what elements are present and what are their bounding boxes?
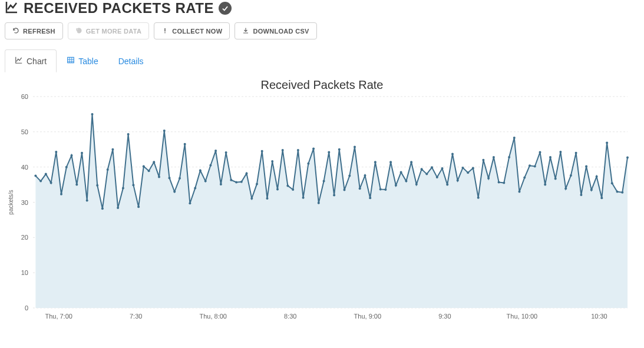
tab-chart[interactable]: Chart	[5, 49, 57, 72]
svg-point-93	[379, 188, 382, 190]
svg-point-92	[374, 161, 377, 163]
svg-point-119	[513, 137, 516, 139]
svg-point-35	[81, 152, 83, 154]
svg-point-127	[554, 177, 557, 180]
svg-text:30: 30	[21, 199, 28, 206]
svg-point-52	[169, 177, 171, 179]
svg-point-66	[240, 181, 243, 183]
svg-point-98	[405, 180, 407, 183]
svg-point-95	[389, 161, 392, 163]
svg-point-132	[580, 194, 582, 196]
svg-point-46	[137, 206, 140, 208]
svg-point-56	[189, 202, 191, 204]
svg-point-116	[498, 181, 500, 183]
svg-point-135	[596, 175, 598, 178]
svg-text:7:30: 7:30	[130, 313, 142, 320]
svg-point-97	[400, 171, 402, 174]
tab-details[interactable]: Details	[108, 49, 154, 72]
svg-rect-0	[164, 28, 166, 32]
chart-region: Received Packets Rate 0102030405060Thu, …	[5, 72, 639, 326]
svg-point-31	[60, 193, 62, 195]
svg-point-136	[600, 197, 603, 199]
tab-details-label: Details	[118, 57, 144, 66]
tab-table-label: Table	[78, 57, 98, 66]
svg-point-106	[446, 184, 448, 186]
svg-point-104	[436, 176, 438, 178]
svg-point-73	[276, 188, 279, 190]
svg-point-84	[333, 194, 335, 197]
svg-point-99	[410, 161, 412, 163]
tab-bar: Chart Table Details	[5, 49, 639, 72]
svg-point-79	[307, 163, 309, 165]
svg-point-63	[225, 151, 227, 154]
svg-point-27	[39, 180, 42, 183]
svg-point-28	[45, 173, 47, 175]
svg-point-62	[220, 183, 222, 185]
collect-now-button[interactable]: Collect Now	[154, 22, 230, 39]
svg-point-133	[585, 165, 587, 168]
svg-point-41	[111, 148, 114, 151]
svg-point-109	[462, 167, 464, 169]
svg-point-107	[451, 153, 454, 155]
svg-text:Thu, 8:00: Thu, 8:00	[200, 313, 227, 320]
svg-point-42	[117, 207, 119, 209]
svg-point-140	[621, 191, 623, 194]
svg-point-32	[65, 166, 68, 168]
table-icon	[67, 56, 75, 66]
page-header: RECEIVED PACKETS RATE	[5, 0, 639, 19]
chart-canvas: 0102030405060Thu, 7:007:30Thu, 8:008:30T…	[5, 93, 639, 326]
svg-point-124	[539, 151, 541, 154]
svg-point-134	[590, 189, 593, 191]
svg-point-130	[570, 174, 572, 177]
get-more-data-button: Get More Data	[68, 22, 150, 39]
svg-text:9:30: 9:30	[438, 313, 451, 320]
svg-point-43	[122, 187, 124, 190]
svg-point-50	[158, 175, 160, 178]
svg-point-102	[425, 173, 428, 175]
svg-point-69	[256, 183, 258, 185]
tab-table[interactable]: Table	[57, 49, 108, 72]
svg-point-45	[132, 184, 134, 186]
svg-point-87	[348, 175, 351, 177]
svg-point-54	[179, 177, 181, 180]
svg-text:Thu, 7:00: Thu, 7:00	[45, 313, 72, 320]
refresh-button[interactable]: Refresh	[5, 22, 63, 39]
svg-point-94	[384, 188, 387, 191]
refresh-label: Refresh	[23, 28, 55, 35]
svg-point-30	[55, 151, 57, 153]
svg-text:10: 10	[21, 269, 28, 276]
svg-point-61	[214, 150, 217, 152]
svg-text:Thu, 10:00: Thu, 10:00	[507, 313, 538, 320]
svg-point-91	[369, 197, 371, 199]
svg-point-82	[323, 180, 325, 183]
svg-point-72	[271, 160, 273, 163]
svg-point-90	[364, 174, 366, 177]
svg-point-58	[199, 170, 202, 172]
svg-point-121	[523, 177, 526, 179]
svg-point-111	[472, 167, 474, 170]
svg-point-51	[163, 130, 166, 132]
svg-point-37	[91, 113, 94, 115]
svg-rect-1	[164, 32, 166, 34]
svg-point-115	[493, 156, 495, 158]
svg-point-40	[107, 168, 109, 171]
exclamation-icon	[161, 27, 169, 35]
svg-text:50: 50	[21, 128, 28, 135]
svg-rect-2	[68, 57, 74, 62]
chart-icon	[15, 56, 23, 66]
svg-point-74	[282, 149, 284, 151]
svg-point-89	[359, 187, 361, 190]
tab-chart-label: Chart	[27, 57, 47, 66]
svg-point-125	[544, 184, 546, 186]
svg-point-100	[415, 183, 418, 185]
svg-text:Thu, 9:00: Thu, 9:00	[354, 313, 381, 320]
svg-point-75	[286, 184, 289, 187]
svg-point-38	[96, 184, 98, 187]
svg-point-126	[549, 156, 551, 158]
svg-point-112	[477, 197, 480, 199]
svg-text:packets/s: packets/s	[8, 190, 14, 214]
toolbar: Refresh Get More Data Collect Now Downlo…	[5, 19, 639, 47]
svg-point-129	[564, 187, 567, 190]
svg-point-77	[297, 149, 299, 151]
download-csv-button[interactable]: Download CSV	[235, 22, 316, 39]
